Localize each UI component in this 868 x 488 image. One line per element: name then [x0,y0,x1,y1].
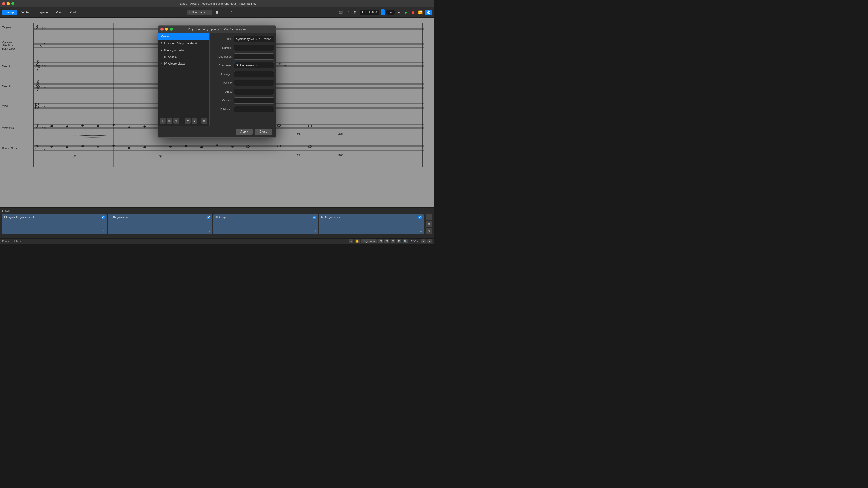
zoom-out-button[interactable]: − [421,239,426,243]
minimize-window-button[interactable] [7,2,10,5]
window-title: I. Largo – Allegro moderato in Symphony … [178,2,256,5]
settings-icon[interactable]: ⚙ [352,10,358,15]
dedication-input[interactable] [234,54,274,60]
composer-field-row: Composer [214,62,272,68]
full-score-toggle[interactable]: ▭ [222,10,227,15]
flow-item-3[interactable]: III. Adagio 3 [213,214,318,234]
tempo-display: ♩ 48 [386,10,395,15]
cursor-mode-button[interactable]: ⌖ [349,239,353,243]
title-input[interactable] [234,36,274,42]
sidebar-item-flow-2[interactable]: 2. II. Allegro molto [158,47,209,54]
sidebar-items-list: Project 1. I. Largo – Allegro moderato 2… [158,33,209,116]
sidebar-item-flow-3[interactable]: 3. III. Adagio [158,54,209,60]
tab-print[interactable]: Print [66,9,80,15]
close-dialog-button[interactable]: Close [255,129,272,135]
title-bar: I. Largo – Allegro moderato in Symphony … [0,0,434,7]
flow-2-number: 2 [209,230,210,233]
chevron-down-icon: ▾ [203,10,205,14]
add-flow-button[interactable]: + [426,214,432,220]
tab-play[interactable]: Play [52,9,65,15]
artist-label: Artist [214,90,232,93]
hand-mode-button[interactable]: ✋ [355,239,360,243]
flows-bar: Flows I. Largo – Allegro moderato 1 II. … [0,207,434,238]
subtitle-label: Subtitle [214,46,232,49]
loop-button[interactable]: 🔁 [417,10,424,15]
sidebar-item-project[interactable]: Project [158,33,209,40]
rewind-button[interactable]: ⏮ [396,10,402,15]
play-button[interactable]: ▶ [404,10,408,15]
artist-input[interactable] [234,89,274,95]
concert-pitch-chevron[interactable]: ▾ [20,240,21,243]
toolbar-right: 🎬 🎛 ⚙ 1.1.1.000 𝅘𝅥 ♩ 48 ⏮ ▶ ⏺ 🔁 ⏻ [337,9,432,15]
delete-flow-button[interactable]: 🗑 [426,228,432,234]
rename-item-button[interactable]: ✎ [173,118,179,124]
arranger-field-row: Arranger [214,71,272,77]
expand-button[interactable]: ⌃ [229,10,234,15]
flow-4-header: IV. Allegro vivace [321,216,422,219]
grid-view-2-button[interactable]: ⊞ [384,239,389,243]
note-input-button[interactable]: 𝅘𝅥 [381,9,385,15]
layout-button[interactable]: ⊞ [214,10,220,15]
flow-4-checkbox[interactable] [418,216,422,219]
dialog-min-btn[interactable] [165,28,168,31]
composer-input[interactable] [234,62,274,68]
lyricist-label: Lyricist [214,82,232,85]
lyricist-field-row: Lyricist [214,80,272,86]
dialog-close-btn[interactable] [160,28,163,31]
subtitle-input[interactable] [234,45,274,51]
apply-button[interactable]: Apply [236,129,253,135]
zoom-in-button[interactable]: + [427,239,432,243]
tab-setup[interactable]: Setup [2,9,17,15]
move-down-button[interactable]: ▾ [185,118,191,124]
copyist-input[interactable] [234,97,274,103]
close-window-button[interactable] [2,2,5,5]
zoom-level: 287% [409,240,420,243]
power-button[interactable]: ⏻ [425,10,432,15]
grid-view-3-button[interactable]: ⊠ [391,239,395,243]
status-bar: Concert Pitch ▾ ⌖ ✋ Page View ⊟ ⊞ ⊠ ⊡ 🔍 … [0,238,434,244]
flow-4-title: IV. Allegro vivace [321,216,341,219]
dialog-window-controls [160,28,173,31]
grid-view-4-button[interactable]: ⊡ [397,239,401,243]
flows-label: Flows [2,209,432,213]
tab-write[interactable]: Write [18,9,32,15]
maximize-window-button[interactable] [11,2,14,5]
add-item-button[interactable]: + [160,118,165,124]
publisher-input[interactable] [234,106,274,112]
tab-engrave[interactable]: Engrave [33,9,52,15]
zoom-search-button[interactable]: 🔍 [403,239,408,243]
record-button[interactable]: ⏺ [410,10,416,15]
move-up-button[interactable]: ▴ [192,118,197,124]
score-dropdown[interactable]: Full score ▾ [187,9,212,15]
grid-view-1-button[interactable]: ⊟ [378,239,383,243]
delete-item-button[interactable]: 🗑 [202,118,207,124]
publisher-label: Publisher [214,108,232,111]
flow-2-checkbox[interactable] [207,216,210,219]
flow-item-1[interactable]: I. Largo – Allegro moderato 1 [2,214,107,234]
position-display: 1.1.1.000 [360,10,379,15]
concert-pitch-label: Concert Pitch [2,240,18,243]
dedication-label: Dedication [214,55,232,58]
project-info-dialog: Project Info – Symphony No 2 – Rachmanin… [158,25,276,138]
copyist-field-row: Copyist [214,97,272,103]
arranger-input[interactable] [234,71,274,77]
sidebar-item-flow-4[interactable]: 4. IV. Allegro vivace [158,60,209,67]
dialog-max-btn[interactable] [170,28,173,31]
page-view-button[interactable]: Page View [361,239,377,243]
video-icon[interactable]: 🎬 [337,10,344,15]
composer-label: Composer [214,64,232,67]
flow-item-4[interactable]: IV. Allegro vivace 4 [319,214,424,234]
toolbar-center: Full score ▾ ⊞ ▭ ⌃ [84,9,337,15]
main-content: Timpani Cymbals Side Drum Bass Drum Viol… [0,18,434,207]
duplicate-item-button[interactable]: ⧉ [167,118,172,124]
copyist-label: Copyist [214,99,232,102]
publisher-field-row: Publisher [214,106,272,112]
lyricist-input[interactable] [234,80,274,86]
flow-settings-button[interactable]: ⚙ [426,221,432,227]
flow-1-checkbox[interactable] [101,216,104,219]
window-controls [2,2,14,5]
flow-3-checkbox[interactable] [313,216,316,219]
sidebar-item-flow-1[interactable]: 1. I. Largo – Allegro moderato [158,40,209,47]
mixer-icon[interactable]: 🎛 [345,10,351,15]
flow-item-2[interactable]: II. Allegro molto 2 [108,214,212,234]
